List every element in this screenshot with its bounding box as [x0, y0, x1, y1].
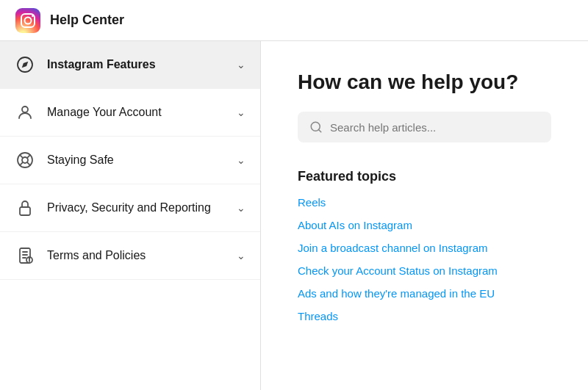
chevron-icon-instagram-features: ⌄ [237, 59, 245, 71]
sidebar-item-instagram-features[interactable]: Instagram Features ⌄ [0, 41, 260, 89]
chevron-icon-staying-safe: ⌄ [237, 154, 245, 166]
svg-point-7 [22, 106, 28, 112]
sidebar-item-manage-account[interactable]: Manage Your Account ⌄ [0, 89, 260, 137]
topic-link-about-ais[interactable]: About AIs on Instagram [298, 219, 551, 231]
lock-icon [15, 198, 35, 218]
svg-rect-14 [20, 207, 30, 215]
search-input[interactable] [330, 121, 539, 134]
chevron-icon-privacy-security: ⌄ [237, 202, 245, 214]
sidebar-label-manage-account: Manage Your Account [47, 106, 237, 119]
compass-icon [15, 54, 35, 75]
chevron-icon-manage-account: ⌄ [237, 106, 245, 118]
sidebar-item-privacy-security[interactable]: Privacy, Security and Reporting ⌄ [0, 184, 260, 232]
sidebar-item-terms-policies[interactable]: Terms and Policies ⌄ [0, 232, 260, 280]
sidebar-item-staying-safe[interactable]: Staying Safe ⌄ [0, 137, 260, 184]
svg-rect-0 [15, 8, 40, 33]
topic-link-ads-eu[interactable]: Ads and how they're managed in the EU [298, 287, 551, 300]
topic-link-broadcast-channel[interactable]: Join a broadcast channel on Instagram [298, 242, 551, 254]
svg-line-20 [318, 129, 320, 131]
svg-marker-6 [22, 62, 28, 68]
page-title: How can we help you? [298, 71, 551, 94]
sidebar-label-staying-safe: Staying Safe [47, 154, 237, 167]
featured-topics-title: Featured topics [298, 169, 551, 184]
search-box[interactable] [298, 112, 551, 142]
header: Help Center [0, 0, 588, 41]
svg-line-12 [27, 155, 30, 158]
svg-line-13 [20, 162, 23, 165]
person-icon [15, 102, 35, 123]
content-area: How can we help you? Featured topics Ree… [261, 41, 588, 390]
search-icon [309, 120, 323, 134]
sidebar-label-privacy-security: Privacy, Security and Reporting [47, 201, 237, 214]
sidebar: Instagram Features ⌄ Manage Your Account… [0, 41, 261, 390]
topic-link-account-status[interactable]: Check your Account Status on Instagram [298, 264, 551, 277]
featured-topics-section: Featured topics Reels About AIs on Insta… [298, 169, 551, 322]
main-layout: Instagram Features ⌄ Manage Your Account… [0, 41, 588, 390]
svg-line-11 [27, 162, 30, 165]
topic-link-threads[interactable]: Threads [298, 310, 551, 322]
svg-point-18 [29, 258, 30, 259]
sidebar-label-instagram-features: Instagram Features [47, 58, 237, 71]
svg-point-4 [32, 15, 34, 17]
lifesaver-icon [15, 150, 35, 170]
document-icon [15, 245, 35, 266]
sidebar-label-terms-policies: Terms and Policies [47, 249, 237, 262]
header-title: Help Center [50, 12, 124, 28]
instagram-logo [15, 7, 41, 34]
chevron-icon-terms-policies: ⌄ [237, 250, 245, 261]
svg-line-10 [20, 155, 23, 158]
topic-link-reels[interactable]: Reels [298, 196, 551, 209]
